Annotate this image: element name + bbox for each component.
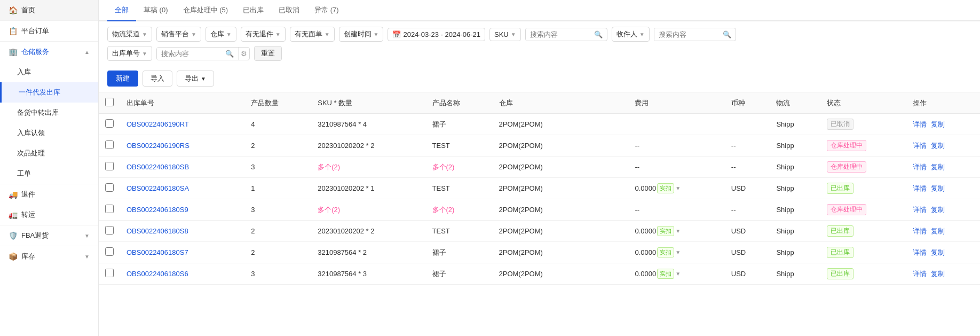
order-id-link[interactable]: OBS0022406180S7 [127,248,188,256]
detail-link[interactable]: 详情 [913,184,927,193]
sidebar-item-transfer-outbound[interactable]: 备货中转出库 [0,103,98,123]
copy-link[interactable]: 复制 [931,226,945,236]
copy-link[interactable]: 复制 [931,205,945,215]
copy-link[interactable]: 复制 [931,162,945,172]
row-logistics: Shipp [770,242,820,263]
detail-link[interactable]: 详情 [913,205,927,215]
fee-dropdown-icon[interactable]: ▼ [675,228,681,234]
tab-cancelled[interactable]: 已取消 [271,0,307,21]
date-range-picker[interactable]: 📅 2024-03-23 - 2024-06-21 [388,28,485,41]
copy-link[interactable]: 复制 [931,120,945,129]
order-no-filter[interactable]: 出库单号 ▼ [107,46,152,61]
sidebar-item-inventory[interactable]: 📦 库存 ▼ [0,246,98,267]
detail-link[interactable]: 详情 [913,141,927,151]
detail-link[interactable]: 详情 [913,162,927,172]
filter-icon[interactable]: ⚙ [238,48,249,60]
search-input-1[interactable]: 🔍 [525,28,607,41]
status-badge: 已出库 [827,247,853,258]
sidebar-item-label: 转运 [21,210,90,220]
recipient-filter[interactable]: 收件人 ▼ [612,27,650,42]
tab-abnormal[interactable]: 异常 (7) [307,0,346,21]
search-icon[interactable]: 🔍 [590,28,607,41]
import-button[interactable]: 导入 [143,71,172,87]
order-id-link[interactable]: OBS0022406180S6 [127,270,188,278]
order-id-link[interactable]: OBS0022406180SA [127,184,189,192]
order-id-link[interactable]: OBS0022406180S8 [127,227,188,235]
reset-button[interactable]: 重置 [254,46,282,61]
order-no-label: 出库单号 [112,49,140,58]
warehouse-filter[interactable]: 仓库 ▼ [206,27,236,42]
fee-dropdown-icon[interactable]: ▼ [675,271,681,277]
product-link[interactable]: 多个(2) [432,163,455,171]
orders-table: 出库单号 产品数量 SKU * 数量 产品名称 仓库 费用 币种 物流 状态 操… [99,92,980,285]
row-checkbox[interactable] [105,140,114,149]
sidebar-item-warehouse-services[interactable]: 🏢 仓储服务 ▲ [0,41,98,62]
fba-icon: 🛡️ [9,231,17,240]
search-icon-2[interactable]: 🔍 [718,28,736,41]
detail-link[interactable]: 详情 [913,269,927,279]
search-field-2[interactable] [654,28,718,41]
order-id-link[interactable]: OBS0022406190RT [127,120,189,128]
row-quantity: 1 [244,178,311,199]
sidebar-item-dropship-outbound[interactable]: 一件代发出库 [0,82,98,103]
tab-draft[interactable]: 草稿 (0) [136,0,176,21]
sku-value: 3210987564 * 3 [318,270,367,278]
copy-link[interactable]: 复制 [931,248,945,257]
row-checkbox[interactable] [105,269,114,277]
tab-warehouse-processing[interactable]: 仓库处理中 (5) [176,0,236,21]
sku-filter[interactable]: SKU ▼ [489,28,521,41]
search-input-2[interactable]: 🔍 [654,28,736,41]
tab-shipped[interactable]: 已出库 [235,0,271,21]
sidebar-item-returns[interactable]: 🚚 退件 [0,184,98,205]
chevron-down-icon: ▼ [191,32,196,37]
row-checkbox[interactable] [105,119,114,128]
copy-link[interactable]: 复制 [931,141,945,151]
row-checkbox[interactable] [105,162,114,170]
search-icon-3[interactable]: 🔍 [221,48,238,60]
sidebar-item-inbound[interactable]: 入库 [0,62,98,82]
sales-platform-filter[interactable]: 销售平台 ▼ [156,27,201,42]
order-id-link[interactable]: OBS0022406190RS [127,142,189,150]
detail-link[interactable]: 详情 [913,226,927,236]
sidebar-item-transfer[interactable]: 🚛 转运 [0,205,98,225]
select-all-checkbox[interactable] [105,98,114,106]
tab-all[interactable]: 全部 [107,0,136,21]
row-logistics: Shipp [770,199,820,221]
sidebar-item-workorder[interactable]: 工单 [0,163,98,184]
row-checkbox[interactable] [105,226,114,235]
order-id-link[interactable]: OBS0022406180SB [127,163,189,171]
new-button[interactable]: 新建 [107,71,138,87]
fee-dropdown-icon[interactable]: ▼ [675,185,681,191]
copy-link[interactable]: 复制 [931,269,945,279]
sku-link[interactable]: 多个(2) [318,163,340,171]
order-id-link[interactable]: OBS0022406180S9 [127,206,188,214]
search-field-1[interactable] [526,28,590,41]
detail-link[interactable]: 详情 [913,120,927,129]
fee-type-badge: 实扣 [657,183,674,193]
sidebar-item-defective[interactable]: 次品处理 [0,143,98,163]
row-quantity: 3 [244,263,311,285]
fee-dropdown-icon[interactable]: ▼ [675,249,681,255]
col-currency: 币种 [725,92,770,114]
create-time-filter[interactable]: 创建时间 ▼ [339,27,384,42]
sidebar-item-inbound-accept[interactable]: 入库认领 [0,123,98,143]
row-checkbox[interactable] [105,205,114,213]
order-search-input[interactable]: 🔍 ⚙ [156,47,250,60]
copy-link[interactable]: 复制 [931,184,945,193]
detail-link[interactable]: 详情 [913,248,927,257]
row-checkbox[interactable] [105,183,114,192]
status-badge: 已出库 [827,225,853,237]
sidebar-item-platform-orders[interactable]: 📋 平台订单 [0,20,98,41]
product-link[interactable]: 多个(2) [432,206,455,214]
no-face-filter[interactable]: 有无面单 ▼ [290,27,335,42]
chevron-down-icon: ▼ [84,254,90,260]
export-button[interactable]: 导出 ▼ [177,71,214,87]
sku-link[interactable]: 多个(2) [318,206,340,214]
sidebar-item-fba-returns[interactable]: 🛡️ FBA退货 ▼ [0,225,98,246]
row-checkbox[interactable] [105,247,114,256]
sidebar-item-home[interactable]: 🏠 首页 [0,0,98,20]
no-return-filter[interactable]: 有无退件 ▼ [241,27,286,42]
logistics-channel-filter[interactable]: 物流渠道 ▼ [107,27,152,42]
order-search-field[interactable] [157,48,221,60]
fee-value: -- [628,135,724,157]
